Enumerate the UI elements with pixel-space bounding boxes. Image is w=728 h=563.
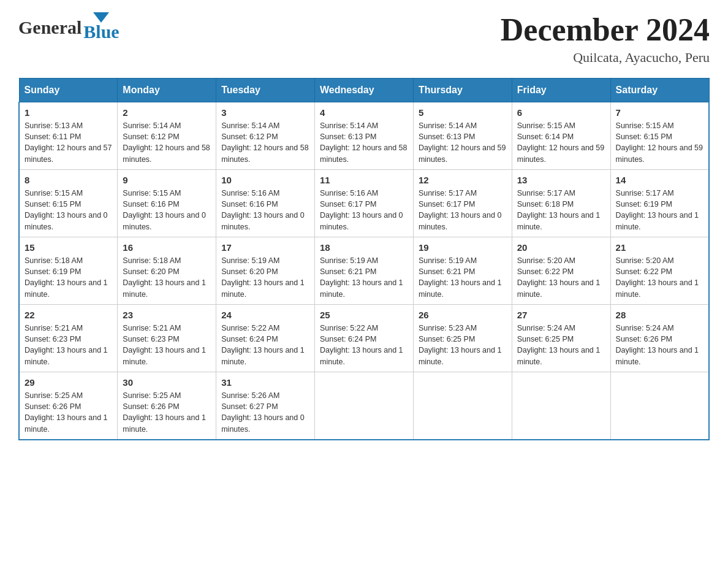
day-number: 23 <box>123 308 211 321</box>
calendar-cell: 4Sunrise: 5:14 AMSunset: 6:13 PMDaylight… <box>315 102 414 170</box>
day-number: 16 <box>123 241 211 254</box>
day-number: 6 <box>517 106 605 119</box>
day-info: Sunrise: 5:14 AMSunset: 6:12 PMDaylight:… <box>123 120 211 165</box>
day-info: Sunrise: 5:14 AMSunset: 6:12 PMDaylight:… <box>221 120 309 165</box>
title-area: December 2024 Quilcata, Ayacucho, Peru <box>501 12 710 66</box>
day-number: 17 <box>221 241 309 254</box>
day-info: Sunrise: 5:16 AMSunset: 6:17 PMDaylight:… <box>320 188 408 232</box>
day-number: 12 <box>419 174 507 186</box>
day-number: 20 <box>517 241 605 254</box>
calendar-cell: 26Sunrise: 5:23 AMSunset: 6:25 PMDayligh… <box>413 305 512 372</box>
calendar-cell: 31Sunrise: 5:26 AMSunset: 6:27 PMDayligh… <box>216 372 315 440</box>
day-info: Sunrise: 5:19 AMSunset: 6:20 PMDaylight:… <box>221 255 309 300</box>
column-header-sunday: Sunday <box>19 79 118 102</box>
day-info: Sunrise: 5:17 AMSunset: 6:17 PMDaylight:… <box>419 188 507 232</box>
day-number: 29 <box>25 376 112 389</box>
day-number: 28 <box>616 308 703 321</box>
column-header-wednesday: Wednesday <box>315 79 414 102</box>
calendar-cell: 11Sunrise: 5:16 AMSunset: 6:17 PMDayligh… <box>315 170 414 237</box>
column-header-thursday: Thursday <box>413 79 512 102</box>
calendar-cell: 29Sunrise: 5:25 AMSunset: 6:26 PMDayligh… <box>19 372 118 440</box>
calendar-cell: 16Sunrise: 5:18 AMSunset: 6:20 PMDayligh… <box>118 237 216 305</box>
day-info: Sunrise: 5:18 AMSunset: 6:19 PMDaylight:… <box>25 255 112 300</box>
day-number: 25 <box>320 308 408 321</box>
calendar-cell <box>610 372 709 440</box>
month-title: December 2024 <box>501 12 710 47</box>
calendar-cell: 18Sunrise: 5:19 AMSunset: 6:21 PMDayligh… <box>315 237 414 305</box>
calendar-cell: 30Sunrise: 5:25 AMSunset: 6:26 PMDayligh… <box>118 372 216 440</box>
day-info: Sunrise: 5:17 AMSunset: 6:18 PMDaylight:… <box>517 188 605 232</box>
logo-blue-text: Blue <box>83 21 119 42</box>
calendar-cell: 22Sunrise: 5:21 AMSunset: 6:23 PMDayligh… <box>19 305 118 372</box>
day-number: 14 <box>616 174 703 186</box>
calendar-cell: 1Sunrise: 5:13 AMSunset: 6:11 PMDaylight… <box>19 102 118 170</box>
calendar-cell: 28Sunrise: 5:24 AMSunset: 6:26 PMDayligh… <box>610 305 709 372</box>
day-number: 8 <box>25 174 112 186</box>
calendar-cell <box>315 372 414 440</box>
day-number: 31 <box>221 376 309 389</box>
calendar-cell: 6Sunrise: 5:15 AMSunset: 6:14 PMDaylight… <box>512 102 610 170</box>
day-number: 2 <box>123 106 211 119</box>
day-info: Sunrise: 5:16 AMSunset: 6:16 PMDaylight:… <box>221 188 309 232</box>
calendar-cell: 15Sunrise: 5:18 AMSunset: 6:19 PMDayligh… <box>19 237 118 305</box>
day-number: 13 <box>517 174 605 186</box>
column-header-saturday: Saturday <box>610 79 709 102</box>
day-number: 10 <box>221 174 309 186</box>
day-number: 24 <box>221 308 309 321</box>
day-number: 22 <box>25 308 112 321</box>
day-info: Sunrise: 5:15 AMSunset: 6:16 PMDaylight:… <box>123 188 211 232</box>
calendar-table: SundayMondayTuesdayWednesdayThursdayFrid… <box>18 78 710 440</box>
day-info: Sunrise: 5:15 AMSunset: 6:14 PMDaylight:… <box>517 120 605 165</box>
day-number: 26 <box>419 308 507 321</box>
day-info: Sunrise: 5:18 AMSunset: 6:20 PMDaylight:… <box>123 255 211 300</box>
calendar-cell: 8Sunrise: 5:15 AMSunset: 6:15 PMDaylight… <box>19 170 118 237</box>
calendar-week-row: 15Sunrise: 5:18 AMSunset: 6:19 PMDayligh… <box>19 237 709 305</box>
day-number: 27 <box>517 308 605 321</box>
day-info: Sunrise: 5:24 AMSunset: 6:26 PMDaylight:… <box>616 323 703 367</box>
calendar-cell: 27Sunrise: 5:24 AMSunset: 6:25 PMDayligh… <box>512 305 610 372</box>
day-info: Sunrise: 5:23 AMSunset: 6:25 PMDaylight:… <box>419 323 507 367</box>
calendar-cell: 23Sunrise: 5:21 AMSunset: 6:23 PMDayligh… <box>118 305 216 372</box>
day-info: Sunrise: 5:20 AMSunset: 6:22 PMDaylight:… <box>517 255 605 300</box>
column-header-tuesday: Tuesday <box>216 79 315 102</box>
page-header: General Blue December 2024 Quilcata, Aya… <box>18 12 710 66</box>
day-number: 11 <box>320 174 408 186</box>
day-info: Sunrise: 5:19 AMSunset: 6:21 PMDaylight:… <box>320 255 408 300</box>
day-info: Sunrise: 5:20 AMSunset: 6:22 PMDaylight:… <box>616 255 703 300</box>
location-subtitle: Quilcata, Ayacucho, Peru <box>501 50 710 66</box>
day-number: 7 <box>616 106 703 119</box>
calendar-cell: 10Sunrise: 5:16 AMSunset: 6:16 PMDayligh… <box>216 170 315 237</box>
day-number: 15 <box>25 241 112 254</box>
calendar-cell: 17Sunrise: 5:19 AMSunset: 6:20 PMDayligh… <box>216 237 315 305</box>
day-number: 4 <box>320 106 408 119</box>
calendar-cell: 25Sunrise: 5:22 AMSunset: 6:24 PMDayligh… <box>315 305 414 372</box>
calendar-cell: 12Sunrise: 5:17 AMSunset: 6:17 PMDayligh… <box>413 170 512 237</box>
logo-general-text: General <box>18 17 82 38</box>
day-info: Sunrise: 5:15 AMSunset: 6:15 PMDaylight:… <box>25 188 112 232</box>
calendar-week-row: 1Sunrise: 5:13 AMSunset: 6:11 PMDaylight… <box>19 102 709 170</box>
day-number: 18 <box>320 241 408 254</box>
day-number: 30 <box>123 376 211 389</box>
day-info: Sunrise: 5:22 AMSunset: 6:24 PMDaylight:… <box>320 323 408 367</box>
day-number: 21 <box>616 241 703 254</box>
day-info: Sunrise: 5:13 AMSunset: 6:11 PMDaylight:… <box>25 120 112 165</box>
calendar-header-row: SundayMondayTuesdayWednesdayThursdayFrid… <box>19 79 709 102</box>
calendar-cell: 9Sunrise: 5:15 AMSunset: 6:16 PMDaylight… <box>118 170 216 237</box>
day-info: Sunrise: 5:15 AMSunset: 6:15 PMDaylight:… <box>616 120 703 165</box>
calendar-cell: 14Sunrise: 5:17 AMSunset: 6:19 PMDayligh… <box>610 170 709 237</box>
calendar-cell <box>413 372 512 440</box>
logo-icon: Blue <box>83 12 119 42</box>
day-info: Sunrise: 5:24 AMSunset: 6:25 PMDaylight:… <box>517 323 605 367</box>
day-number: 9 <box>123 174 211 186</box>
column-header-monday: Monday <box>118 79 216 102</box>
calendar-cell: 20Sunrise: 5:20 AMSunset: 6:22 PMDayligh… <box>512 237 610 305</box>
calendar-cell <box>512 372 610 440</box>
calendar-cell: 5Sunrise: 5:14 AMSunset: 6:13 PMDaylight… <box>413 102 512 170</box>
calendar-cell: 2Sunrise: 5:14 AMSunset: 6:12 PMDaylight… <box>118 102 216 170</box>
calendar-week-row: 29Sunrise: 5:25 AMSunset: 6:26 PMDayligh… <box>19 372 709 440</box>
calendar-week-row: 8Sunrise: 5:15 AMSunset: 6:15 PMDaylight… <box>19 170 709 237</box>
calendar-cell: 21Sunrise: 5:20 AMSunset: 6:22 PMDayligh… <box>610 237 709 305</box>
day-info: Sunrise: 5:22 AMSunset: 6:24 PMDaylight:… <box>221 323 309 367</box>
day-number: 1 <box>25 106 112 119</box>
column-header-friday: Friday <box>512 79 610 102</box>
